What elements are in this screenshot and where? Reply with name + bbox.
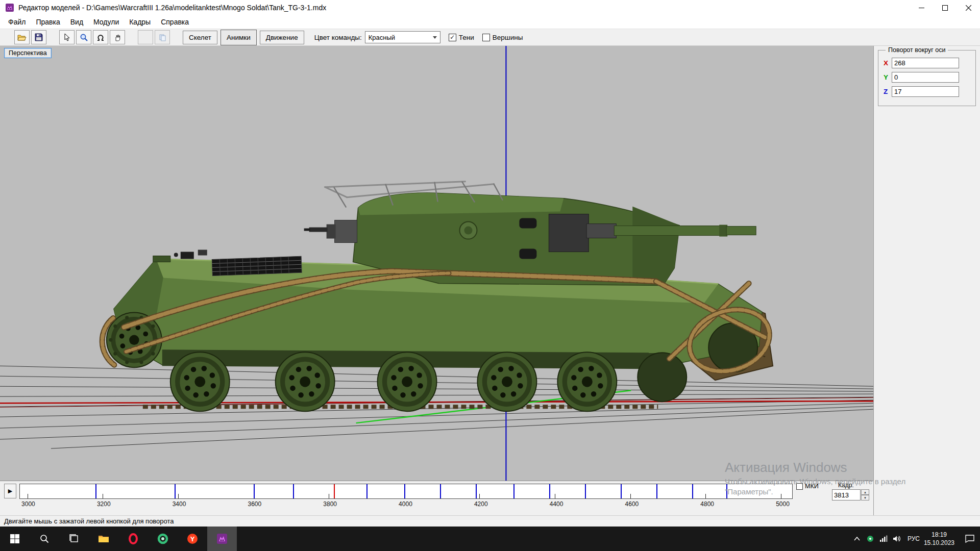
road-wheel (378, 352, 437, 411)
menu-file[interactable]: Файл (3, 16, 31, 28)
rotate-icon (96, 33, 105, 41)
mki-checkbox-box[interactable] (796, 483, 803, 490)
tray-network-icon[interactable] (877, 535, 890, 542)
keyframe-marker[interactable] (175, 484, 176, 498)
keyframe-marker[interactable] (621, 484, 622, 498)
taskbar-browser[interactable] (148, 527, 178, 551)
mki-label: МКИ (805, 483, 819, 490)
shadows-checkbox-box[interactable]: ✓ (449, 34, 456, 41)
viewport-3d[interactable]: Перспектива (0, 46, 873, 481)
viewport-canvas[interactable] (0, 46, 873, 481)
tray-clock[interactable]: 18:19 15.10.2023 (924, 531, 954, 547)
keyframe-marker[interactable] (726, 484, 727, 498)
vertices-label: Вершины (493, 34, 523, 41)
ruler-tick-label: 4000 (399, 500, 412, 508)
keyframe-marker[interactable] (513, 484, 514, 498)
tank-turret-shade (632, 207, 679, 286)
tray-date: 15.10.2023 (924, 539, 954, 547)
select-tool-button[interactable] (59, 30, 75, 44)
ruler-tick-label: 4400 (550, 500, 564, 508)
minimize-button[interactable] (910, 0, 933, 15)
animation-timeline: ▶ 30003200340036003800400042004400460048… (0, 481, 873, 515)
ruler-tick (479, 494, 480, 498)
keyframe-marker[interactable] (476, 484, 477, 498)
timeline-tick-labels: 3000320034003600380040004200440046004800… (19, 500, 793, 509)
vertices-checkbox[interactable]: Вершины (482, 34, 523, 41)
tray-expand-button[interactable] (850, 537, 864, 541)
rotate-tool-button[interactable] (93, 30, 108, 44)
movement-tab-button[interactable]: Движение (260, 31, 304, 44)
tank-model[interactable] (102, 182, 777, 411)
skeleton-tab-button[interactable]: Скелет (183, 31, 217, 44)
team-color-value: Красный (369, 34, 395, 41)
taskbar: Y (0, 527, 980, 551)
keyframe-marker[interactable] (254, 484, 255, 498)
keyframe-marker[interactable] (549, 484, 550, 498)
play-button[interactable]: ▶ (4, 484, 16, 498)
menu-edit[interactable]: Правка (31, 16, 65, 28)
team-color-select[interactable]: Красный (365, 31, 440, 43)
pan-tool-button[interactable] (110, 30, 125, 44)
notification-icon (965, 535, 974, 543)
ruler-tick-label: 5000 (776, 500, 790, 508)
frame-input[interactable] (832, 489, 861, 500)
copy-icon (159, 34, 166, 41)
current-frame-marker[interactable] (334, 484, 335, 498)
menu-view[interactable]: Вид (65, 16, 88, 28)
tray-volume-icon[interactable] (890, 535, 903, 542)
keyframe-marker[interactable] (656, 484, 657, 498)
zoom-tool-button[interactable] (76, 30, 91, 44)
save-button[interactable] (31, 30, 46, 44)
timeline-ruler[interactable] (19, 484, 793, 499)
shadows-checkbox[interactable]: ✓ Тени (449, 34, 474, 41)
taskbar-yandex[interactable]: Y (178, 527, 207, 551)
rotation-title: Поворот вокруг оси (886, 46, 948, 54)
anims-tab-button[interactable]: Анимки (220, 30, 257, 45)
menu-modules[interactable]: Модули (88, 16, 124, 28)
keyframe-marker[interactable] (95, 484, 96, 498)
axis-x-input[interactable] (892, 58, 959, 68)
magnifier-icon (80, 33, 88, 42)
axis-z-label: Z (884, 88, 892, 95)
ruler-tick (103, 494, 103, 498)
svg-text:Y: Y (190, 535, 195, 543)
keyframe-marker[interactable] (404, 484, 405, 498)
perspective-button[interactable]: Перспектива (4, 48, 52, 58)
menu-help[interactable]: Справка (156, 16, 194, 28)
cursor-icon (63, 33, 71, 41)
task-view-icon (69, 534, 79, 544)
taskbar-opera[interactable] (118, 527, 148, 551)
notification-center-button[interactable] (960, 535, 980, 543)
taskbar-model-editor[interactable] (207, 527, 237, 551)
vertices-checkbox-box[interactable] (482, 34, 490, 41)
maximize-button[interactable] (933, 0, 957, 15)
keyframe-marker[interactable] (366, 484, 368, 498)
mki-checkbox[interactable]: МКИ (796, 483, 819, 490)
save-icon (35, 33, 43, 41)
maximize-icon (942, 5, 948, 11)
axis-y-input[interactable] (892, 72, 959, 83)
tray-language[interactable]: РУС (908, 535, 920, 542)
app-window: Редактор моделей - D:\Games\WarcraftIII … (0, 0, 980, 551)
frame-spin-up[interactable]: ▲ (861, 489, 869, 495)
close-icon (966, 5, 971, 11)
taskbar-file-explorer[interactable] (89, 527, 118, 551)
ruler-tick-label: 3000 (21, 500, 35, 508)
tray-app-icon[interactable] (864, 535, 877, 542)
taskbar-task-view-button[interactable] (59, 527, 89, 551)
menu-frames[interactable]: Кадры (124, 16, 156, 28)
blank-tool-button (138, 30, 153, 44)
axis-z-input[interactable] (892, 86, 959, 97)
frame-spin-down[interactable]: ▼ (861, 495, 869, 500)
close-button[interactable] (957, 0, 980, 15)
keyframe-marker[interactable] (293, 484, 294, 498)
open-button[interactable] (14, 30, 30, 44)
taskbar-start-button[interactable] (0, 527, 30, 551)
keyframe-marker[interactable] (440, 484, 441, 498)
search-icon (39, 534, 50, 544)
minimize-icon (919, 5, 924, 11)
taskbar-search-button[interactable] (30, 527, 59, 551)
keyframe-marker[interactable] (585, 484, 586, 498)
keyframe-marker[interactable] (692, 484, 693, 498)
tank-hatch-inner (464, 227, 472, 235)
